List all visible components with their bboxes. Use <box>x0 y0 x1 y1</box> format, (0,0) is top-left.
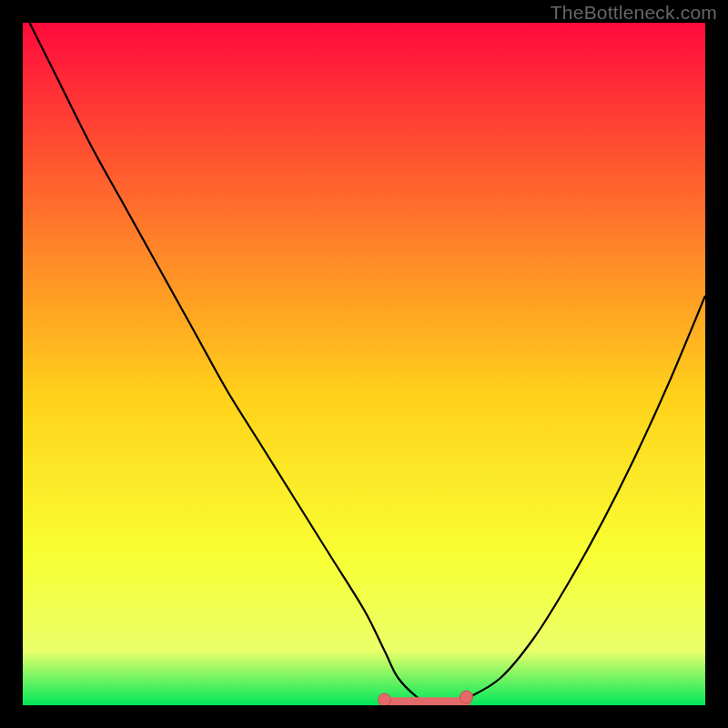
bottleneck-chart <box>23 23 705 705</box>
gradient-background <box>23 23 705 705</box>
range-marker <box>460 691 473 703</box>
range-marker <box>379 693 391 705</box>
chart-frame: TheBottleneck.com <box>0 0 728 728</box>
plot-area <box>23 23 705 705</box>
watermark-text: TheBottleneck.com <box>551 2 717 24</box>
